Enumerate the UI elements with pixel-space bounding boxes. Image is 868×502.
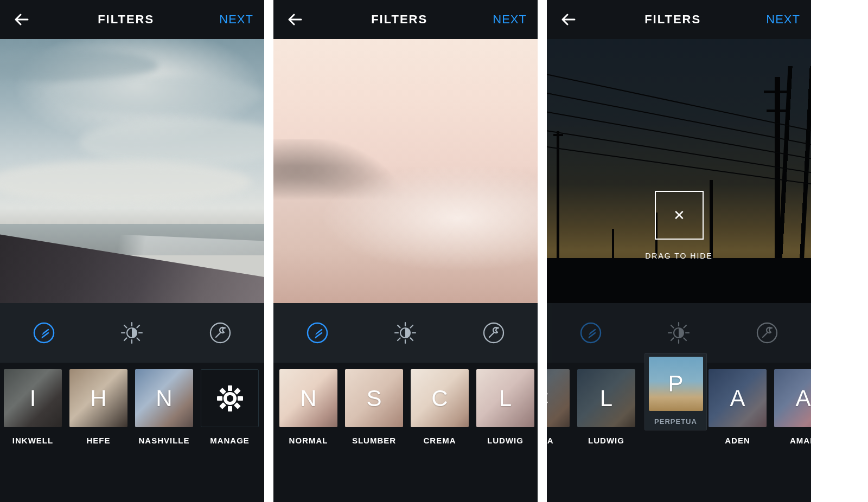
svg-line-9 (137, 325, 140, 328)
tools-tab[interactable] (754, 319, 781, 346)
filter-label: AMAR (790, 436, 811, 445)
phone-screen-2: FILTERS NEXT (273, 0, 538, 502)
gear-icon (215, 383, 245, 414)
edit-toolbar (273, 303, 538, 363)
filters-tab[interactable] (577, 319, 604, 346)
filters-icon (579, 321, 603, 345)
sun-contrast-icon (667, 321, 691, 345)
filters-tab[interactable] (30, 319, 58, 346)
back-button[interactable] (11, 9, 33, 30)
svg-line-40 (671, 338, 674, 341)
filter-item-ludwig[interactable]: L LUDWIG (573, 369, 639, 445)
filter-label: ADEN (725, 436, 750, 445)
arrow-left-icon (559, 10, 578, 29)
svg-line-8 (124, 338, 127, 341)
svg-rect-14 (217, 396, 222, 401)
filter-label: NASHVILLE (138, 436, 189, 445)
photo-preview[interactable] (273, 39, 538, 303)
filters-icon (32, 321, 56, 345)
filter-label: LUDWIG (487, 436, 524, 445)
page-title: FILTERS (371, 12, 427, 27)
wrench-icon (482, 321, 506, 345)
filter-item-hefe[interactable]: H HEFE (66, 369, 131, 445)
filter-label: NORMAL (289, 436, 328, 445)
filter-strip[interactable]: I INKWELL H HEFE N NASHVILLE (0, 363, 264, 502)
phone-screen-3: FILTERS NEXT ✕ DRAG T (547, 0, 811, 502)
header: FILTERS NEXT (547, 0, 811, 39)
filter-label: INKWELL (12, 436, 53, 445)
wrench-icon (755, 321, 779, 345)
sun-contrast-icon (393, 321, 417, 345)
dragging-filter-perpetua[interactable]: P PERPETUA (644, 353, 707, 430)
svg-rect-13 (228, 406, 232, 411)
photo-preview[interactable]: ✕ DRAG TO HIDE (547, 39, 811, 303)
filter-label: REMA (547, 436, 554, 445)
lux-tab[interactable] (392, 319, 419, 346)
back-button[interactable] (284, 9, 306, 30)
svg-line-28 (411, 338, 413, 341)
filter-label: SLUMBER (352, 436, 396, 445)
svg-line-39 (684, 338, 687, 341)
tools-tab[interactable] (207, 319, 234, 346)
svg-point-20 (227, 395, 233, 402)
manage-filters-button[interactable]: MANAGE (197, 369, 263, 445)
svg-rect-15 (238, 396, 243, 401)
svg-line-30 (411, 325, 413, 328)
svg-line-38 (671, 325, 674, 328)
filters-icon (305, 321, 329, 345)
manage-label: MANAGE (210, 436, 250, 445)
drag-to-hide-target[interactable]: ✕ (655, 191, 704, 240)
back-button[interactable] (558, 9, 579, 30)
arrow-left-icon (12, 10, 31, 29)
filter-item-inkwell[interactable]: I INKWELL (0, 369, 66, 445)
svg-rect-12 (228, 385, 232, 391)
filters-tab[interactable] (304, 319, 331, 346)
filter-item-normal[interactable]: N NORMAL (276, 369, 341, 445)
filter-item-crema[interactable]: C CREMA (407, 369, 473, 445)
phone-screen-1: FILTERS NEXT (0, 0, 264, 502)
svg-line-41 (684, 325, 687, 328)
sun-contrast-icon (120, 321, 144, 345)
header: FILTERS NEXT (273, 0, 538, 39)
filter-item-nashville[interactable]: N NASHVILLE (131, 369, 197, 445)
wrench-icon (208, 321, 232, 345)
filter-label: LUDWIG (588, 436, 624, 445)
next-button[interactable]: NEXT (219, 12, 253, 27)
tools-tab[interactable] (480, 319, 507, 346)
filter-label: PERPETUA (654, 417, 697, 426)
lux-tab[interactable] (665, 319, 692, 346)
filter-label: CREMA (424, 436, 456, 445)
lux-tab[interactable] (118, 319, 145, 346)
header: FILTERS NEXT (0, 0, 264, 39)
page-title: FILTERS (644, 12, 701, 27)
filter-item-crema[interactable]: C REMA (547, 369, 573, 445)
svg-line-29 (398, 338, 400, 341)
filter-label: HEFE (86, 436, 110, 445)
filter-item-ludwig[interactable]: L LUDWIG (473, 369, 538, 445)
page-title: FILTERS (98, 12, 154, 27)
arrow-left-icon (286, 10, 304, 29)
svg-line-6 (124, 325, 127, 328)
filter-item-aden[interactable]: A ADEN (705, 369, 770, 445)
filter-strip[interactable]: N NORMAL S SLUMBER C CREMA L LUDWIG (273, 363, 538, 502)
edit-toolbar (0, 303, 264, 363)
close-icon: ✕ (673, 207, 685, 224)
svg-line-7 (137, 338, 140, 341)
filter-item-slumber[interactable]: S SLUMBER (341, 369, 407, 445)
drag-to-hide-label: DRAG TO HIDE (645, 252, 713, 260)
photo-preview[interactable] (0, 39, 264, 303)
next-button[interactable]: NEXT (766, 12, 800, 27)
next-button[interactable]: NEXT (493, 12, 527, 27)
svg-line-27 (398, 325, 400, 328)
filter-item-amaro[interactable]: A AMAR (770, 369, 811, 445)
